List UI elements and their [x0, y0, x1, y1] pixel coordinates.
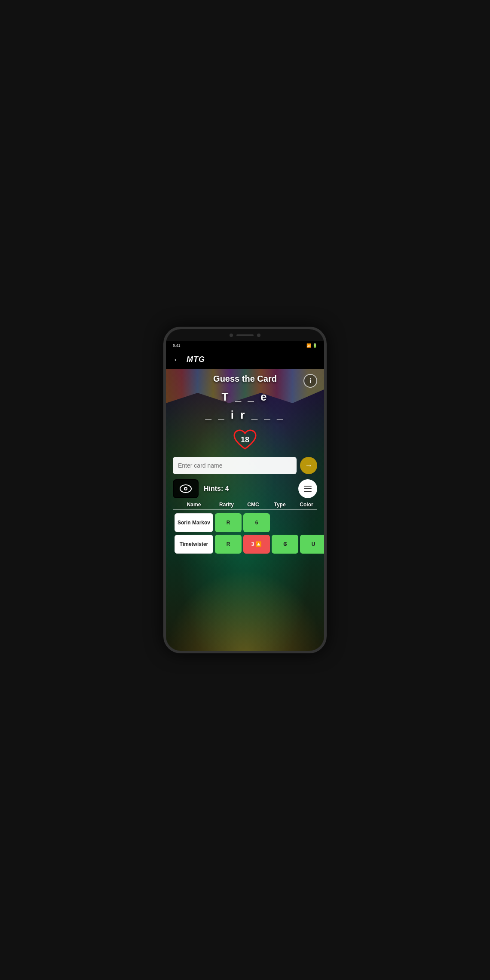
word-line-1: T _ _ e — [173, 388, 317, 406]
app-title: MTG — [187, 355, 205, 364]
word-line-2: _ _ i r _ _ _ — [173, 406, 317, 424]
header-rarity: Rarity — [213, 502, 240, 508]
cell-name-2: Timetwister — [175, 535, 213, 554]
hints-label: Hints: 4 — [204, 485, 229, 493]
guesses-table: Name Rarity CMC Type Color Year Sorin Ma… — [173, 502, 317, 554]
camera-dot — [230, 334, 233, 337]
speaker-bar — [236, 334, 254, 336]
card-name-input[interactable] — [173, 457, 297, 474]
phone-frame: 9:41 📶 🔋 ← MTG Guess the Card i T _ _ e … — [163, 327, 327, 653]
menu-line-1 — [304, 486, 312, 487]
phone-notch — [166, 329, 324, 341]
table-row: Timetwister R 3 🔼 𝕾 U 1993 � — [173, 535, 317, 554]
cell-type-1 — [272, 513, 298, 532]
info-button[interactable]: i — [303, 374, 317, 388]
status-time: 9:41 — [173, 343, 181, 348]
status-bar: 9:41 📶 🔋 — [166, 341, 324, 350]
word-display: T _ _ e _ _ i r _ _ _ — [173, 388, 317, 424]
header-name: Name — [175, 502, 213, 508]
table-row: Sorin Markov R 6 — [173, 513, 317, 532]
cell-cmc-2: 3 🔼 — [243, 535, 270, 554]
header-color: Color — [293, 502, 320, 508]
status-icons: 📶 🔋 — [306, 343, 317, 348]
table-divider — [173, 509, 317, 510]
lives-count: 18 — [241, 435, 249, 444]
cell-color-1 — [300, 513, 324, 532]
header-type: Type — [266, 502, 293, 508]
eye-icon — [180, 484, 192, 493]
heart-container: 18 — [232, 428, 258, 452]
lives-display: 18 — [173, 428, 317, 452]
menu-line-2 — [304, 488, 312, 489]
menu-line-3 — [304, 491, 312, 492]
app-bar: ← MTG — [166, 350, 324, 369]
game-area: Guess the Card i T _ _ e _ _ i r _ _ _ 1… — [166, 369, 324, 653]
game-title: Guess the Card — [173, 374, 317, 384]
header-cmc: CMC — [240, 502, 266, 508]
back-button[interactable]: ← — [173, 355, 181, 364]
table-header: Name Rarity CMC Type Color Year — [173, 502, 317, 508]
cell-type-2: 𝕾 — [272, 535, 298, 554]
header-year: Year — [320, 502, 324, 508]
cell-rarity-2: R — [215, 535, 242, 554]
svg-point-2 — [185, 488, 187, 490]
cell-rarity-1: R — [215, 513, 242, 532]
cell-name-1: Sorin Markov — [175, 513, 213, 532]
submit-button[interactable]: → — [300, 457, 317, 474]
camera-dot-2 — [257, 334, 260, 337]
cell-cmc-1: 6 — [243, 513, 270, 532]
input-row: → — [173, 457, 317, 474]
menu-button[interactable] — [298, 479, 317, 498]
hint-eye-button[interactable] — [173, 479, 199, 498]
game-content: Guess the Card i T _ _ e _ _ i r _ _ _ 1… — [166, 369, 324, 561]
cell-color-2: U — [300, 535, 324, 554]
